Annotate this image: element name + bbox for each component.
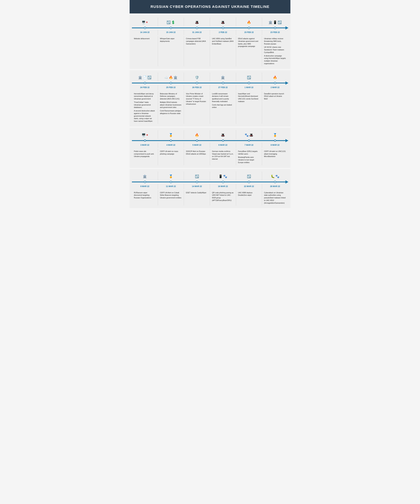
dollar-icon: 💲 <box>171 20 175 24</box>
return3-icon: ↩️ <box>247 174 251 178</box>
date-s1-1: 14 JAN 22 <box>133 31 156 34</box>
icon-area: 🎩 <box>185 18 209 25</box>
event-s3-3: SSSCIP Alert on Russian DDoS attacks at … <box>185 150 209 156</box>
event-s4-6: Cyberattack on Ukrainian state authoriti… <box>263 191 287 205</box>
timeline-section-3: 🖥️✕ 🏅 🔥 🎩 🐾🎩 🏅 3 MAR 22 4 MAR 22 5 MAR 2… <box>130 128 290 168</box>
fire2-icon: 🔥 <box>169 75 173 79</box>
wiper-icon: ↩️ <box>167 20 171 24</box>
x2-icon: ✕ <box>146 134 148 136</box>
event-s4-1: RURansom wiper discovered targeting Russ… <box>133 191 156 199</box>
flame-icon: 🔥 <box>195 133 199 137</box>
hat2-icon: 🎩 <box>221 20 225 24</box>
tl-dot <box>248 139 250 142</box>
event-s3-2: CERT-UA alert on mass phishing campaign <box>159 150 183 156</box>
hat3-icon: 🎩 <box>221 133 225 137</box>
tl-dot <box>222 82 224 84</box>
col-4-s1: 🎩 <box>210 17 236 26</box>
timeline-bar-1 <box>132 27 288 29</box>
date-s2-5: 1 MAR 22 <box>237 86 261 89</box>
timeline-section-2: 🏛️📄↩️ ☁️🔥🏛️ 🛡️ 🏛️ ↩️ 🔥 24 FEB 22 25 FEB … <box>130 70 290 126</box>
cloud-icon: ☁️ <box>164 75 168 79</box>
fire3-icon: 🔥 <box>273 75 277 79</box>
dates-row-3: 3 MAR 22 4 MAR 22 5 MAR 22 6 MAR 22 7 MA… <box>132 143 288 148</box>
col-3-s1: 🎩 <box>184 17 210 26</box>
dates-row-4: 9 MAR 22 11 MAR 22 14 MAR 22 16 MAR 22 2… <box>132 184 288 189</box>
event-s1-3: Crimea-based FSB campaigns detected (AKA… <box>185 37 209 45</box>
events-row-4: RURansom wiper discovered targeting Russ… <box>132 190 288 206</box>
date-s1-4: 2 FEB 22 <box>211 31 235 34</box>
return-icon: ↩️ <box>147 75 151 79</box>
date-s1-3: 31 JAN 22 <box>185 31 209 34</box>
browser-icon: 🖥️ <box>142 20 145 24</box>
events-row-3: Polish news site compromised to push ant… <box>132 149 288 165</box>
col-6-s1: 🏛️ 📱 ↩️ <box>262 17 288 26</box>
timeline-bar-3 <box>132 139 288 142</box>
icon-area: ↩️ 💲 <box>159 18 183 25</box>
timeline-section-1: 🖥️ ✕ ↩️ 💲 🎩 🎩 🔥 <box>130 15 290 69</box>
tl-dot <box>274 82 276 84</box>
building-icon: 🏛️ <box>138 75 142 79</box>
tl-dot <box>274 181 276 183</box>
date-s3-4: 6 MAR 22 <box>211 144 235 147</box>
hat4-icon: 🎩 <box>249 133 253 137</box>
event-s2-1: HermeticWiper and decoy ransomware deplo… <box>133 92 156 123</box>
dates-row-2: 24 FEB 22 25 FEB 22 26 FEB 22 27 FEB 22 … <box>132 85 288 90</box>
date-s2-1: 24 FEB 22 <box>133 86 156 89</box>
qr-icon: 📱 <box>219 174 223 178</box>
date-s1-2: 15 JAN 22 <box>159 31 183 34</box>
doc-icon: 📄 <box>143 75 147 79</box>
tl-dot <box>170 139 172 142</box>
event-s3-5: FancyBear (GRU) targets UkrNet users Mus… <box>237 150 261 164</box>
date-s2-2: 25 FEB 22 <box>159 86 183 89</box>
event-s2-6: DanaBot operators launch DDoS attack at … <box>263 92 287 101</box>
tl-dot <box>248 181 250 183</box>
date-s2-3: 26 FEB 22 <box>185 86 209 89</box>
date-s3-5: 7 MAR 22 <box>237 144 261 147</box>
date-s4-2: 11 MAR 22 <box>159 185 183 188</box>
arrow-icon: ↩️ <box>278 20 282 24</box>
paw2-icon: 🐾 <box>223 174 227 178</box>
event-s3-4: German media confirms Viasat was hacked … <box>211 150 235 161</box>
date-s2-6: 2 MAR 22 <box>263 86 287 89</box>
paw-icon: 🐾 <box>245 133 249 137</box>
dates-row-1: 14 JAN 22 15 JAN 22 31 JAN 22 2 FEB 22 1… <box>132 30 288 35</box>
event-s4-5: UAC-0088 deploys DoubleZero wiper <box>237 191 261 197</box>
icon-area: 🏛️ 📱 ↩️ <box>263 18 287 25</box>
event-s1-1: Website defacement <box>133 37 156 40</box>
x-icon: ✕ <box>146 21 148 24</box>
building3-icon: 🏛️ <box>221 75 225 79</box>
event-s1-6: Ukrainian military recieve threatening S… <box>263 37 287 65</box>
col-5-s1: 🔥 <box>236 17 262 26</box>
building2-icon: 🏛️ <box>174 75 178 79</box>
icon-area: 🔥 <box>237 18 261 25</box>
event-s1-2: WhisperGate wiper deployments <box>159 37 183 43</box>
col-1-s1: 🖥️ ✕ <box>132 17 158 26</box>
icons-row-4: 🏛️ 🏅 ↩️ 📱🐾 ↩️ 🐛🐾 <box>132 171 288 180</box>
event-s3-6: CERT-UA alert on UNC1151 attack leveragi… <box>263 150 287 158</box>
page-header: RUSSIAN CYBER OPERATIONS AGAINST UKRAINE… <box>130 0 290 13</box>
page-title: RUSSIAN CYBER OPERATIONS AGAINST UKRAINE… <box>151 5 270 9</box>
events-row-1: Website defacement WhisperGate wiper dep… <box>132 36 288 66</box>
timeline-bar-2 <box>132 82 288 84</box>
date-s2-4: 27 FEB 22 <box>211 86 235 89</box>
shield-icon: 🛡️ <box>195 75 199 79</box>
tl-dot <box>222 139 224 142</box>
icon-area: 🖥️ ✕ <box>133 18 156 25</box>
return2-icon: ↩️ <box>247 75 251 79</box>
col-2-s1: ↩️ 💲 <box>158 17 184 26</box>
crown-icon: 🏛️ <box>268 20 272 24</box>
building4-icon: 🏛️ <box>143 174 147 178</box>
date-s4-1: 9 MAR 22 <box>133 185 156 188</box>
event-s1-4: UAC-0056 using SaintBot and OutSteel mal… <box>211 37 235 45</box>
event-s2-2: Belarusian Minstery of Defense campaigns… <box>159 92 183 115</box>
tl-dot <box>222 181 224 183</box>
timeline-section-4: 🏛️ 🏅 ↩️ 📱🐾 ↩️ 🐛🐾 9 MAR 22 11 MAR 22 14 M… <box>130 169 290 208</box>
date-s4-4: 16 MAR 22 <box>211 185 235 188</box>
date-s4-6: 28 MAR 22 <box>263 185 287 188</box>
phone-icon: 📱 <box>273 20 277 24</box>
tl-dot <box>144 139 146 142</box>
event-s2-4: LockBit ransomware declares it will rema… <box>211 92 235 109</box>
date-s1-5: 15 FEB 22 <box>237 31 261 34</box>
date-s4-3: 14 MAR 22 <box>185 185 209 188</box>
trident2-icon: 🏅 <box>169 174 173 178</box>
